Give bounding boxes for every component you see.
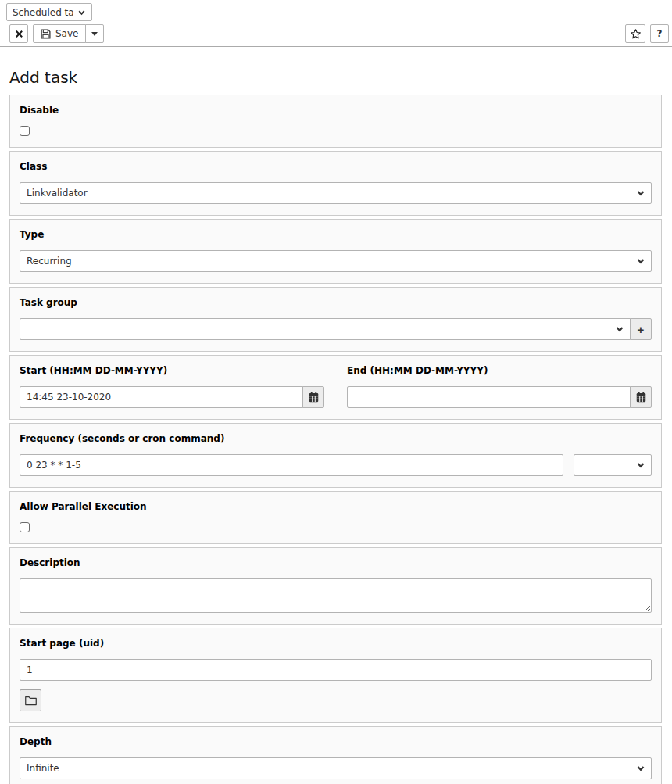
task-group-select[interactable]: [20, 318, 631, 340]
end-label: End (HH:MM DD-MM-YYYY): [347, 365, 652, 376]
task-group-label: Task group: [20, 297, 652, 308]
parallel-label: Allow Parallel Execution: [20, 501, 652, 512]
start-page-input[interactable]: [20, 659, 652, 681]
bookmark-button[interactable]: [625, 24, 645, 43]
parallel-checkbox[interactable]: [20, 522, 30, 532]
module-select-wrap: Scheduled tasks: [6, 3, 92, 21]
task-group-select-wrap: [20, 318, 631, 340]
section-start-page: Start page (uid): [9, 628, 662, 723]
plus-icon: +: [638, 323, 645, 336]
description-textarea[interactable]: [20, 578, 652, 613]
end-datepicker-button[interactable]: [630, 386, 652, 408]
star-icon: [630, 28, 642, 40]
start-label: Start (HH:MM DD-MM-YYYY): [20, 365, 324, 376]
class-label: Class: [20, 161, 652, 172]
button-bar-right: ?: [625, 24, 669, 43]
description-label: Description: [20, 557, 652, 568]
add-task-group-button[interactable]: +: [630, 318, 652, 340]
section-description: Description: [9, 547, 662, 625]
frequency-unit-select[interactable]: [574, 454, 652, 476]
frequency-label: Frequency (seconds or cron command): [20, 433, 652, 444]
frequency-unit-select-wrap: [574, 454, 652, 476]
start-field-column: Start (HH:MM DD-MM-YYYY): [20, 365, 324, 408]
end-input[interactable]: [347, 386, 631, 408]
calendar-icon: [309, 392, 319, 403]
save-button-label: Save: [55, 28, 78, 39]
depth-select[interactable]: Infinite: [20, 757, 652, 779]
close-icon: [15, 30, 23, 38]
button-bar-left: Save: [9, 24, 104, 43]
section-frequency: Frequency (seconds or cron command): [9, 423, 662, 488]
class-select-wrap: Linkvalidator: [20, 182, 652, 204]
save-button[interactable]: Save: [33, 24, 86, 43]
task-group-input-group: +: [20, 318, 652, 340]
browse-pages-button[interactable]: [20, 689, 41, 711]
disable-label: Disable: [20, 105, 652, 116]
module-select-row: Scheduled tasks: [6, 3, 670, 21]
caret-down-icon: [91, 32, 98, 36]
help-label: ?: [657, 28, 663, 39]
module-select[interactable]: Scheduled tasks: [6, 3, 92, 21]
save-dropdown-button[interactable]: [85, 24, 104, 43]
section-parallel: Allow Parallel Execution: [9, 491, 662, 544]
page-title: Add task: [9, 68, 662, 87]
type-select-wrap: Recurring: [20, 250, 652, 272]
end-input-group: [347, 386, 652, 408]
depth-label: Depth: [20, 736, 652, 747]
floppy-disk-icon: [41, 29, 51, 39]
start-input[interactable]: [20, 386, 303, 408]
docheader: Scheduled tasks: [0, 0, 672, 47]
button-bar: Save ?: [9, 24, 670, 43]
start-page-label: Start page (uid): [20, 638, 652, 649]
save-button-group: Save: [33, 24, 104, 43]
close-button[interactable]: [9, 24, 28, 43]
frequency-input[interactable]: [20, 454, 563, 476]
help-button[interactable]: ?: [650, 24, 669, 43]
depth-select-wrap: Infinite: [20, 757, 652, 779]
start-datepicker-button[interactable]: [302, 386, 324, 408]
start-input-group: [20, 386, 324, 408]
section-disable: Disable: [9, 95, 662, 148]
type-select[interactable]: Recurring: [20, 250, 652, 272]
calendar-icon: [636, 392, 646, 403]
class-select[interactable]: Linkvalidator: [20, 182, 652, 204]
section-start-end: Start (HH:MM DD-MM-YYYY): [9, 355, 662, 420]
section-type: Type Recurring: [9, 219, 662, 284]
disable-checkbox[interactable]: [20, 126, 30, 136]
end-field-column: End (HH:MM DD-MM-YYYY): [347, 365, 652, 408]
section-depth: Depth Infinite: [9, 726, 662, 784]
module-body: Add task Disable Class Linkvalidator Typ…: [0, 68, 672, 784]
type-label: Type: [20, 229, 652, 240]
section-class: Class Linkvalidator: [9, 151, 662, 216]
folder-icon: [25, 696, 37, 706]
section-task-group: Task group +: [9, 287, 662, 352]
